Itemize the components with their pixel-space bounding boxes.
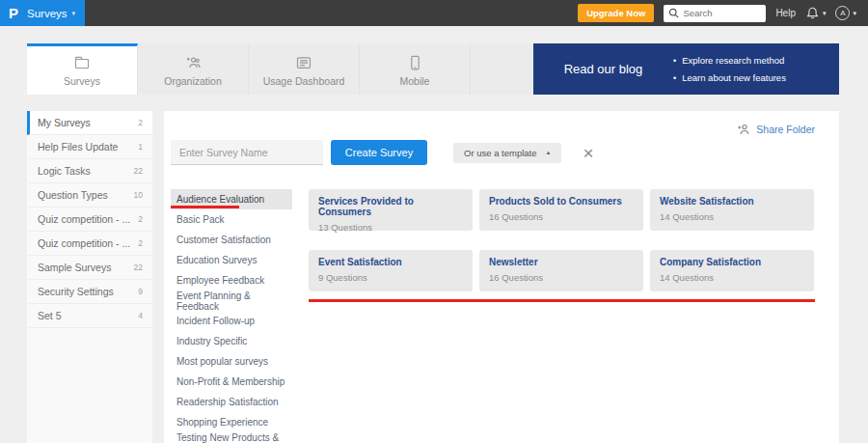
top-bar: P Surveys ▾ Upgrade Now Help ▾ A ▾ xyxy=(0,0,868,26)
folder-label: Security Settings xyxy=(38,286,114,297)
tab-usage-dashboard[interactable]: Usage Dashboard xyxy=(249,43,360,95)
folder-icon xyxy=(73,54,91,71)
account-menu[interactable]: A ▾ xyxy=(835,6,856,20)
sidebar-folder-item[interactable]: Quiz competition - ... 2 xyxy=(27,208,152,232)
sidebar-folder-item[interactable]: Question Types 10 xyxy=(27,183,152,208)
sidebar-folder-item[interactable]: Sample Surveys 22 xyxy=(27,256,152,280)
category-label: Shopping Experience xyxy=(176,417,268,428)
template-category-item[interactable]: Employee Feedback xyxy=(171,270,292,291)
sidebar-folder-item[interactable]: Logic Tasks 22 xyxy=(27,159,152,183)
upgrade-now-button[interactable]: Upgrade Now xyxy=(578,4,654,22)
tab-mobile[interactable]: Mobile xyxy=(360,43,471,95)
tab-strip: Surveys Organization Usage Dashboard Mob… xyxy=(27,43,839,95)
folder-count-badge: 10 xyxy=(134,190,143,200)
create-survey-button[interactable]: Create Survey xyxy=(331,140,427,165)
template-title: Products Sold to Consumers xyxy=(489,196,634,207)
blog-banner-bullets: • Explore research method • Learn about … xyxy=(673,55,786,83)
template-card[interactable]: Website Satisfaction 14 Questions xyxy=(650,189,814,231)
template-category-item[interactable]: Industry Specific xyxy=(171,331,292,351)
dashboard-icon xyxy=(295,54,312,71)
sidebar-folder-item[interactable]: Security Settings 9 xyxy=(27,280,152,304)
share-folder-label: Share Folder xyxy=(756,124,815,135)
template-category-item[interactable]: Testing New Products & Services xyxy=(171,432,292,443)
template-card[interactable]: Services Provided to Consumers 13 Questi… xyxy=(309,189,473,231)
blog-banner[interactable]: Read our blog • Explore research method … xyxy=(533,43,839,95)
template-category-item[interactable]: Readership Satisfaction xyxy=(171,392,292,412)
chevron-down-icon: ▾ xyxy=(853,10,856,16)
help-link[interactable]: Help xyxy=(775,8,796,18)
template-cards-grid: Services Provided to Consumers 13 Questi… xyxy=(309,189,815,291)
tab-organization[interactable]: Organization xyxy=(138,43,249,95)
template-category-item[interactable]: Shopping Experience xyxy=(171,412,292,432)
mobile-icon xyxy=(406,54,423,71)
use-template-dropdown[interactable]: Or use a template ▲ xyxy=(453,143,561,163)
category-label: Event Planning & Feedback xyxy=(176,291,292,312)
template-card[interactable]: Products Sold to Consumers 16 Questions xyxy=(479,189,643,231)
close-template-panel-button[interactable]: × xyxy=(583,144,593,162)
use-template-label: Or use a template xyxy=(464,148,537,158)
search-input[interactable] xyxy=(683,8,761,18)
category-label: Non-Profit & Membership xyxy=(176,376,285,387)
folder-count-badge: 9 xyxy=(138,287,143,296)
product-switcher-menu[interactable]: Surveys ▾ xyxy=(27,8,75,19)
folder-count-badge: 22 xyxy=(134,263,143,272)
folder-label: Set 5 xyxy=(38,310,62,321)
category-label: Incident Follow-up xyxy=(176,316,255,326)
blog-bullet-text: Learn about new features xyxy=(682,72,786,83)
folder-label: Question Types xyxy=(38,189,108,201)
blog-bullet-item: • Explore research method xyxy=(673,55,786,66)
notifications-menu[interactable]: ▾ xyxy=(805,6,827,20)
template-title: Newsletter xyxy=(489,257,634,267)
template-question-count: 13 Questions xyxy=(318,222,463,233)
logo-block: P Surveys ▾ xyxy=(0,0,85,26)
folder-label: Sample Surveys xyxy=(38,262,111,273)
template-picker: Audience Evaluation Basic Pack Customer … xyxy=(171,189,839,443)
folder-label: Help Files Update xyxy=(38,141,118,152)
category-label: Education Surveys xyxy=(176,255,257,265)
template-title: Event Satisfaction xyxy=(318,257,463,267)
category-label: Customer Satisfaction xyxy=(176,235,271,245)
folder-count-badge: 4 xyxy=(138,311,143,320)
folder-count-badge: 1 xyxy=(138,142,143,152)
chevron-up-icon: ▲ xyxy=(546,150,552,155)
chevron-down-icon: ▾ xyxy=(823,10,827,16)
template-question-count: 14 Questions xyxy=(660,211,804,222)
bullet-icon: • xyxy=(673,73,676,83)
red-annotation-line xyxy=(309,299,815,302)
template-category-item[interactable]: Basic Pack xyxy=(171,209,292,230)
tab-surveys[interactable]: Surveys xyxy=(27,43,138,95)
sidebar-folder-item[interactable]: Help Files Update 1 xyxy=(27,135,152,159)
template-category-item[interactable]: Most popular surveys xyxy=(171,351,292,372)
search-box xyxy=(664,5,766,22)
organization-icon xyxy=(184,54,202,71)
search-icon xyxy=(668,8,679,18)
share-folder-button[interactable]: Share Folder xyxy=(737,123,815,136)
template-cards-column: Services Provided to Consumers 13 Questi… xyxy=(309,189,815,443)
folder-label: My Surveys xyxy=(38,117,91,128)
template-category-item[interactable]: Event Planning & Feedback xyxy=(171,291,292,311)
folder-count-badge: 22 xyxy=(134,166,143,176)
template-card[interactable]: Newsletter 16 Questions xyxy=(479,250,643,291)
category-label: Audience Evaluation xyxy=(176,194,264,205)
template-category-item[interactable]: Education Surveys xyxy=(171,250,292,270)
template-category-item[interactable]: Incident Follow-up xyxy=(171,311,292,331)
category-label: Most popular surveys xyxy=(176,356,268,367)
template-category-item[interactable]: Customer Satisfaction xyxy=(171,230,292,250)
sidebar-folder-item[interactable]: Quiz competition - ... 2 xyxy=(27,232,152,256)
category-label: Readership Satisfaction xyxy=(176,397,279,407)
blog-bullet-item: • Learn about new features xyxy=(673,72,786,83)
template-category-item[interactable]: Non-Profit & Membership xyxy=(171,372,292,392)
main-panel: Share Folder Create Survey Or use a temp… xyxy=(164,111,839,443)
template-question-count: 14 Questions xyxy=(660,272,804,283)
category-label: Basic Pack xyxy=(176,214,224,225)
sidebar-folder-item[interactable]: My Surveys 2 xyxy=(27,111,152,135)
sidebar-folder-item[interactable]: Set 5 4 xyxy=(27,304,152,328)
template-card[interactable]: Event Satisfaction 9 Questions xyxy=(309,250,473,291)
survey-name-input[interactable] xyxy=(171,140,323,165)
category-label: Industry Specific xyxy=(176,336,247,346)
blog-bullet-text: Explore research method xyxy=(682,55,784,66)
product-menu-label: Surveys xyxy=(27,8,68,19)
tab-label: Organization xyxy=(164,75,222,87)
template-card[interactable]: Company Satisfaction 14 Questions xyxy=(650,250,814,291)
chevron-down-icon: ▾ xyxy=(72,10,76,16)
